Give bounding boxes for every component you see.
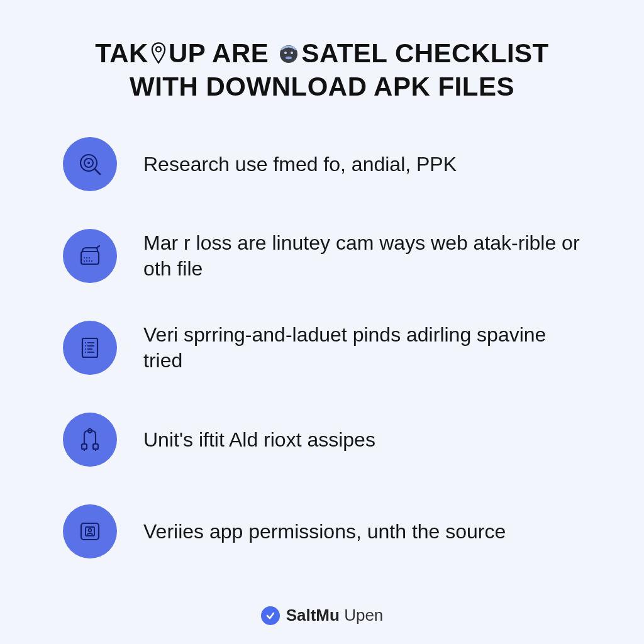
list-item: Veriies app permissions, unth the source bbox=[63, 504, 587, 558]
svg-point-0 bbox=[156, 47, 161, 52]
location-pin-icon bbox=[150, 40, 167, 71]
svg-point-18 bbox=[85, 342, 86, 343]
svg-point-10 bbox=[84, 260, 85, 262]
title-line1-pre: TAK bbox=[95, 38, 148, 68]
globe-emoji-icon bbox=[277, 40, 300, 71]
document-list-icon bbox=[63, 321, 117, 375]
list-item-text: Veriies app permissions, unth the source bbox=[143, 519, 506, 545]
search-target-icon bbox=[63, 137, 117, 191]
list-item: Mar r loss are linutey cam ways web atak… bbox=[63, 229, 587, 283]
svg-point-16 bbox=[89, 257, 90, 258]
footer-brand: SaltMu Upen bbox=[57, 606, 587, 625]
svg-rect-27 bbox=[82, 444, 87, 449]
list-item-text: Mar r loss are linutey cam ways web atak… bbox=[143, 230, 587, 282]
svg-rect-17 bbox=[82, 338, 97, 357]
svg-point-22 bbox=[85, 348, 86, 350]
svg-point-3 bbox=[291, 52, 293, 54]
checkmark-badge-icon bbox=[261, 606, 280, 625]
list-item-text: Unit's iftit Ald rioxt assipes bbox=[143, 427, 375, 453]
list-item: Unit's iftit Ald rioxt assipes bbox=[63, 413, 587, 467]
list-item-text: Research use fmed fo, andial, PPK bbox=[143, 152, 457, 178]
list-item: Research use fmed fo, andial, PPK bbox=[63, 137, 587, 191]
page-title: TAKUP ARE SATEL CHECKLIST WITH DOWNLOAD … bbox=[57, 38, 587, 103]
svg-point-24 bbox=[85, 352, 86, 353]
svg-rect-28 bbox=[93, 444, 98, 449]
list-item: Veri sprring-and-laduet pinds adirling s… bbox=[63, 321, 587, 375]
svg-point-11 bbox=[86, 260, 87, 262]
brand-name-light: Upen bbox=[340, 606, 383, 625]
list-item-text: Veri sprring-and-laduet pinds adirling s… bbox=[143, 322, 587, 374]
checklist: Research use fmed fo, andial, PPK Mar r … bbox=[57, 137, 587, 587]
brand-name-bold: SaltMu bbox=[286, 606, 340, 625]
svg-point-2 bbox=[284, 52, 287, 54]
svg-point-12 bbox=[89, 260, 90, 262]
svg-point-14 bbox=[84, 257, 85, 258]
title-line2: WITH DOWNLOAD APK FILES bbox=[57, 71, 587, 103]
archive-box-icon bbox=[63, 229, 117, 283]
connectors-icon bbox=[63, 413, 117, 467]
svg-point-4 bbox=[286, 57, 292, 59]
user-card-icon bbox=[63, 504, 117, 558]
svg-line-8 bbox=[95, 169, 100, 174]
svg-point-33 bbox=[89, 529, 92, 532]
title-line1-post: SATEL CHECKLIST bbox=[301, 38, 548, 68]
svg-point-20 bbox=[85, 345, 86, 347]
title-line1-mid: UP ARE bbox=[169, 38, 277, 68]
svg-point-13 bbox=[91, 260, 92, 262]
svg-point-7 bbox=[87, 162, 90, 164]
svg-point-15 bbox=[86, 257, 87, 258]
